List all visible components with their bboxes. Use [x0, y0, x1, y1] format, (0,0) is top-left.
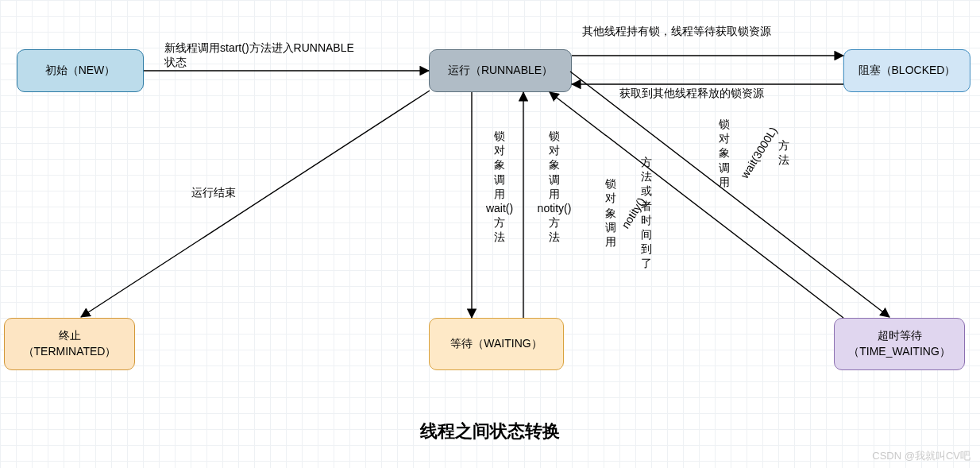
c: 调 [481, 172, 518, 187]
edge-run-to-term: 运行结束 [191, 186, 236, 200]
state-timewaiting-l1: 超时等待 [878, 329, 922, 342]
state-waiting: 等待（WAITING） [429, 318, 564, 370]
c: 方 [481, 215, 518, 230]
c: 锁 [605, 176, 616, 191]
state-terminated-l2: （TERMINATED） [23, 345, 117, 358]
c: 法 [778, 153, 789, 167]
svg-line-7 [550, 92, 843, 318]
c: 调 [719, 161, 730, 175]
c: 用 [481, 187, 518, 201]
c: 对 [605, 191, 616, 205]
c: 方 [531, 215, 578, 230]
c: 时 [641, 213, 652, 227]
c: 象 [605, 206, 616, 220]
edge-run-to-blocked: 其他线程持有锁，线程等待获取锁资源 [582, 25, 771, 39]
state-terminated-l1: 终止 [59, 329, 81, 342]
c: notity() [531, 201, 578, 215]
c: wait() [481, 201, 518, 215]
state-runnable: 运行（RUNNABLE） [429, 49, 572, 92]
c: 锁 [531, 129, 578, 143]
c: 调 [605, 220, 616, 234]
edge-run-to-time: 锁 对 象 调 用 wait(3000L) 方 法 [719, 117, 789, 189]
edge-wait-to-run: 锁 对 象 调 用 notity() 方 法 [531, 129, 578, 245]
c: 或 [641, 184, 652, 198]
c: 间 [641, 227, 652, 242]
c: 调 [531, 172, 578, 187]
c: 对 [531, 143, 578, 157]
edge-blocked-to-run: 获取到其他线程释放的锁资源 [619, 87, 764, 101]
c: 对 [719, 131, 730, 145]
c: 锁 [719, 117, 730, 131]
c: 了 [641, 256, 652, 270]
c: 法 [641, 169, 652, 184]
c: 对 [481, 143, 518, 157]
state-timewaiting: 超时等待 （TIME_WAITING） [834, 318, 965, 370]
c: 方 [641, 155, 652, 169]
c: 法 [531, 230, 578, 244]
c: 用 [719, 175, 730, 189]
c: 象 [719, 145, 730, 160]
c: 象 [531, 157, 578, 172]
c: 用 [605, 234, 616, 249]
state-blocked: 阻塞（BLOCKED） [843, 49, 970, 92]
c: 到 [641, 242, 652, 256]
watermark: CSDN @我就叫CV吧 [872, 449, 970, 463]
svg-line-3 [81, 91, 430, 317]
state-new: 初始（NEW） [17, 49, 144, 92]
c: 锁 [481, 129, 518, 143]
edge-new-to-run-l2: 状态 [164, 56, 187, 70]
c: 方 [778, 138, 789, 153]
edge-run-to-wait: 锁 对 象 调 用 wait() 方 法 [481, 129, 518, 245]
c: 法 [481, 230, 518, 244]
edge-time-to-run: 锁 对 象 调 用 notity() 方 法 或 者 时 间 到 了 [605, 155, 652, 271]
state-terminated: 终止 （TERMINATED） [4, 318, 135, 370]
edge-new-to-run-l1: 新线程调用start()方法进入RUNNABLE [164, 41, 354, 56]
diagram-title: 线程之间状态转换 [0, 420, 980, 443]
state-timewaiting-l2: （TIME_WAITING） [848, 345, 951, 358]
c: wait(3000L) [737, 125, 780, 182]
c: 象 [481, 157, 518, 172]
c: 用 [531, 187, 578, 201]
